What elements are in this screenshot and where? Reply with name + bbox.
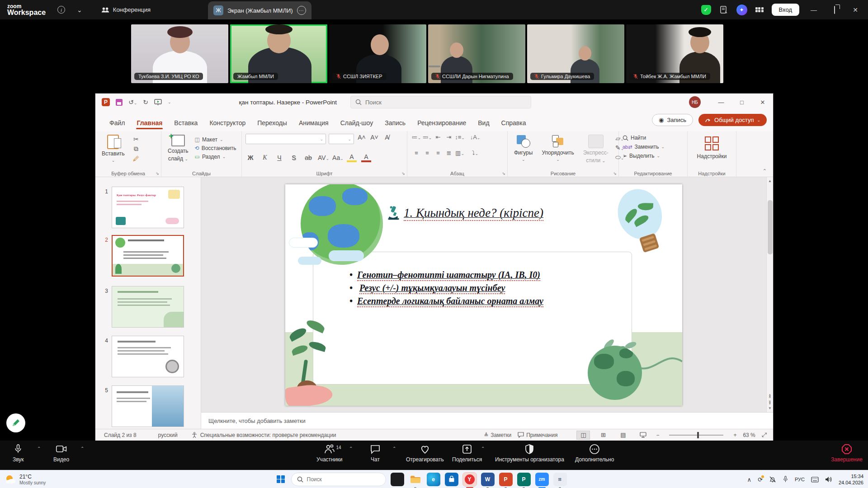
powerpoint-logo-icon[interactable]: P (102, 98, 110, 106)
slide-thumbnail-5[interactable] (112, 385, 184, 427)
italic-button[interactable]: К (260, 154, 270, 161)
align-left-button[interactable]: ≡ (411, 150, 422, 156)
section-button[interactable]: ▭Раздел⌄ (195, 154, 236, 160)
scroll-down-icon[interactable]: ▼ (768, 404, 772, 412)
find-button[interactable]: Найти (623, 135, 684, 141)
text-shadow-button[interactable]: S (289, 154, 299, 161)
record-button[interactable]: ◉ Запись (652, 114, 693, 126)
chevron-down-icon[interactable]: ⌄ (77, 6, 82, 14)
font-color-button[interactable]: А (361, 153, 371, 162)
share-screen-button[interactable]: Поделиться (452, 444, 482, 463)
ppt-close-button[interactable]: ✕ (752, 94, 773, 111)
drawing-dialog-launcher-icon[interactable]: ⇘ (613, 171, 617, 176)
ppt-maximize-button[interactable]: □ (731, 94, 752, 111)
security-shield-icon[interactable]: ✓ (701, 5, 711, 15)
increase-indent-button[interactable]: ⇥ (443, 134, 454, 141)
undo-icon[interactable]: ↺⌄ (128, 99, 137, 106)
hidden-icons-chevron[interactable]: ∧ (747, 476, 751, 483)
previous-slide-button[interactable]: ∧∧ (769, 394, 771, 398)
taskbar-app-edge[interactable]: e (427, 473, 440, 486)
host-tools-button[interactable]: Инструменты организатора (495, 444, 564, 463)
volume-icon[interactable] (825, 476, 832, 483)
underline-button[interactable]: Ч (274, 154, 284, 161)
align-center-button[interactable]: ≡ (422, 150, 433, 156)
change-case-button[interactable]: Аа⌄ (332, 154, 342, 161)
slide-thumbnail-4[interactable] (112, 336, 184, 377)
tab-screen-share[interactable]: Ж Экран (Жамбыл ММЛИ) ⋯ (208, 1, 311, 19)
share-access-button[interactable]: Общий доступ ⌄ (698, 114, 767, 126)
participants-chevron-icon[interactable]: ⌃ (349, 446, 353, 451)
ppt-minimize-button[interactable]: — (711, 94, 731, 111)
zoom-annotate-button[interactable] (6, 413, 25, 432)
chat-chevron-icon[interactable]: ⌃ (392, 446, 396, 451)
cut-icon[interactable]: ✂ (131, 136, 141, 143)
smartart-convert-button[interactable]: ⤵⌄ (470, 150, 481, 156)
save-icon[interactable] (116, 99, 123, 106)
ppt-search-box[interactable] (350, 96, 531, 108)
participant-video[interactable]: Тойбек Ж.А. Жамбыл ММЛИ (626, 24, 723, 83)
next-slide-button[interactable]: ∨∨ (769, 401, 771, 404)
taskbar-search-input[interactable] (307, 476, 375, 483)
info-icon[interactable]: i (57, 6, 65, 14)
taskbar-clock[interactable]: 15:34 24.04.2026 (839, 473, 863, 486)
arrange-button[interactable]: Упорядочить ⌄ (539, 134, 576, 169)
participants-button[interactable]: 14 Участники (316, 444, 342, 463)
audio-chevron-icon[interactable]: ⌃ (37, 446, 41, 451)
align-right-button[interactable]: ≡ (433, 150, 443, 156)
tab-animations[interactable]: Анимация (293, 116, 335, 131)
editor-scrollbar[interactable]: ▲ ∧∧ ∨∨ ▼ (766, 177, 773, 412)
zoom-percent[interactable]: 63 % (743, 432, 755, 438)
slide-thumbnail-1[interactable]: Қан топтары. Резус-фактор (112, 187, 184, 228)
zoom-slider-thumb[interactable] (697, 432, 699, 438)
redo-icon[interactable]: ↻ (143, 99, 148, 106)
tab-more-icon[interactable]: ⋯ (297, 6, 306, 15)
tab-conference[interactable]: Конференция (101, 6, 151, 13)
captions-icon[interactable] (719, 5, 728, 14)
grow-font-icon[interactable]: A˄ (357, 134, 367, 144)
quick-styles-button[interactable]: Экспресс- стили ⌄ (580, 134, 611, 169)
minimize-button[interactable]: — (807, 6, 820, 14)
login-button[interactable]: Вход (772, 4, 799, 16)
tab-insert[interactable]: Вставка (168, 116, 203, 131)
customize-qat-chevron-icon[interactable]: ⌄ (168, 100, 171, 104)
tab-design[interactable]: Конструктор (203, 116, 251, 131)
sync-icon[interactable]: ⟳ (758, 476, 763, 483)
zoom-in-button[interactable]: + (733, 432, 736, 438)
tab-view[interactable]: Вид (472, 116, 495, 131)
new-slide-button[interactable]: + Создать слайд ⌄ (165, 134, 191, 169)
font-name-combo[interactable]: ⌄ (245, 134, 326, 144)
font-dialog-launcher-icon[interactable]: ⇘ (401, 171, 405, 176)
taskbar-app-explorer[interactable] (409, 473, 422, 486)
slide-counter[interactable]: Слайд 2 из 8 (104, 432, 137, 438)
slide-thumbnail-3[interactable] (112, 286, 184, 328)
scrollbar-thumb[interactable] (768, 200, 773, 254)
video-chevron-icon[interactable]: ⌃ (80, 446, 84, 451)
language-switcher[interactable]: РУС (795, 477, 805, 482)
language-indicator[interactable]: русский (158, 432, 178, 438)
reset-button[interactable]: ⟲Восстановить (195, 145, 236, 151)
scrollbar-track[interactable] (767, 185, 773, 394)
tray-mic-icon[interactable] (783, 476, 788, 483)
apps-grid-icon[interactable] (755, 7, 764, 13)
close-button[interactable]: ✕ (849, 6, 862, 14)
slide-canvas[interactable]: 1. Қиындық неде? (кіріспе) • Генотип–фен… (285, 184, 682, 406)
copy-icon[interactable]: ⧉ (131, 145, 141, 153)
participant-video[interactable]: Гульмира Даукишева (527, 24, 624, 83)
participant-video[interactable]: ССШЛ ЗИЯТКЕР (329, 24, 426, 83)
collapse-ribbon-icon[interactable]: ⌃ (763, 168, 767, 174)
tab-help[interactable]: Справка (495, 116, 532, 131)
text-direction-button[interactable]: ↓A⌄ (470, 134, 481, 141)
notifications-off-icon[interactable] (769, 476, 776, 483)
start-button[interactable] (277, 475, 285, 483)
addins-button[interactable]: Надстройки (694, 134, 730, 160)
highlight-color-button[interactable]: А (347, 153, 357, 162)
bold-button[interactable]: Ж (245, 154, 255, 161)
taskbar-app-yandex-active[interactable]: Y (463, 473, 476, 486)
accessibility-status[interactable]: Специальные возможности: проверьте реком… (191, 432, 336, 438)
paragraph-dialog-launcher-icon[interactable]: ⇘ (502, 171, 505, 176)
shapes-button[interactable]: Фигуры ⌄ (511, 134, 535, 169)
comments-toggle[interactable]: Примечания (518, 432, 557, 438)
taskbar-app-store[interactable] (445, 473, 458, 486)
more-button[interactable]: Дополнительно (575, 444, 614, 463)
clear-format-icon[interactable]: A̸ (382, 134, 392, 144)
